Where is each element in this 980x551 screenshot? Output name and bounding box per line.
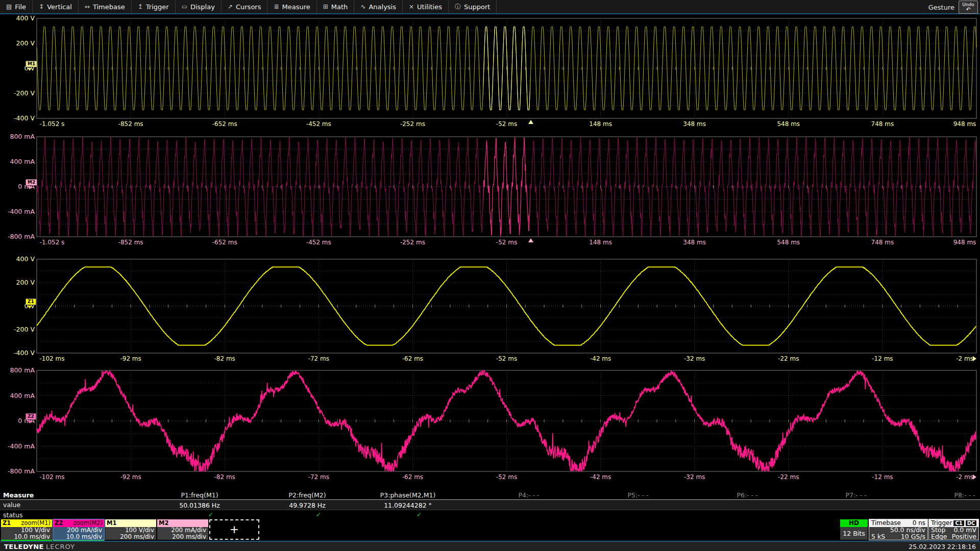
analysis-icon: ∿ — [360, 3, 365, 10]
timebase-body: 50.0 ns/div 5 kS10 GS/s — [869, 527, 927, 540]
descriptor-scale-line: 10.0 ms/div — [55, 534, 102, 540]
cursors-icon: ↗ — [228, 3, 233, 10]
add-trace-button[interactable]: + — [209, 519, 259, 540]
file-icon: ▤ — [6, 3, 12, 10]
x-axis-label-m1: -52 ms — [496, 120, 517, 128]
trigger-position-marker[interactable] — [528, 238, 533, 242]
x-axis-label-m1: -652 ms — [212, 120, 237, 128]
timebase-rate: 10 GS/s — [901, 534, 925, 540]
brand-light: LECROY — [46, 543, 75, 550]
menu-item-measure[interactable]: ≣Measure — [267, 0, 316, 13]
measure-param-header[interactable]: P3:phase(M2,M1) — [380, 491, 436, 499]
descriptor-scale-line: 100 V/div — [107, 527, 154, 534]
y-axis-label-z1: 400 V — [1, 256, 35, 262]
x-axis-label-z2: -82 ms — [214, 473, 235, 481]
x-axis-label-z1: -82 ms — [214, 355, 235, 362]
y-axis-label-z1: 200 V — [1, 280, 35, 286]
menu-item-label: Vertical — [47, 3, 72, 11]
utilities-icon: ⨯ — [409, 3, 414, 10]
y-axis-label-z2: -400 mA — [1, 443, 35, 449]
oscilloscope-screen: ▤File↕Vertical↔Timebase↥Trigger▭Display↗… — [0, 0, 980, 551]
zero-level-pointer-m1 — [28, 68, 32, 71]
y-axis-label-z2: 800 mA — [1, 367, 35, 373]
menu-item-timebase[interactable]: ↔Timebase — [79, 0, 132, 13]
measure-icon: ≣ — [274, 3, 279, 10]
menu-item-utilities[interactable]: ⨯Utilities — [403, 0, 449, 13]
menu-item-trigger[interactable]: ↥Trigger — [132, 0, 176, 13]
measure-param-header[interactable]: P5:- - - — [627, 491, 648, 499]
hd-header: HD — [840, 519, 868, 527]
trigger-source-badge: C1 — [953, 520, 964, 526]
undo-button[interactable]: Undo↶ — [959, 1, 978, 14]
descriptor-row: Z1zoom(M1)100 V/div10.0 ms/divZ2zoom(M2)… — [0, 519, 980, 541]
x-axis-label-m2: -452 ms — [306, 239, 331, 246]
channel-badge-m1[interactable]: M1 — [26, 61, 37, 67]
menu-item-label: Measure — [282, 3, 310, 11]
trace-descriptor-m1[interactable]: M1100 V/div200 ms/div — [105, 519, 156, 540]
x-axis-label-m2: 548 ms — [777, 239, 800, 246]
channel-badge-m2[interactable]: M2 — [26, 179, 37, 186]
grid-z2[interactable] — [36, 370, 977, 472]
menu-right-group: Gesture Undo↶ — [928, 0, 978, 14]
y-axis-label-z2: -800 mA — [1, 468, 35, 474]
descriptor-header: M1 — [105, 519, 156, 527]
menu-item-support[interactable]: ⓘSupport — [449, 0, 497, 13]
trace-descriptor-z1[interactable]: Z1zoom(M1)100 V/div10.0 ms/div — [1, 519, 52, 540]
measure-header-row: Measure P1:freq(M1)P2:freq(M2)P3:phase(M… — [0, 491, 980, 500]
measure-status-label: status — [3, 511, 22, 519]
brand-logo: TELEDYNELECROY — [4, 543, 75, 550]
measure-param-header[interactable]: P2:freq(M2) — [288, 491, 326, 499]
y-axis-label-m2: 800 mA — [1, 134, 35, 140]
grid-m2[interactable] — [36, 136, 977, 237]
x-axis-label-z2: -62 ms — [402, 473, 423, 481]
trigger-type: Edge — [931, 534, 947, 540]
measure-param-header[interactable]: P7:- - - — [845, 491, 866, 499]
hd-mode-box[interactable]: HD 12 Bits — [840, 519, 868, 540]
zero-level-pointer-z1 — [28, 306, 32, 309]
display-icon: ▭ — [182, 3, 187, 10]
x-axis-label-m2: -252 ms — [400, 239, 425, 246]
channel-badge-z2[interactable]: Z2 — [26, 413, 36, 420]
trace-descriptor-z2[interactable]: Z2zoom(M2)200 mA/div10.0 ms/div — [53, 519, 104, 540]
x-axis-label-m2: -1.052 s — [40, 239, 65, 246]
descriptor-title: zoom(M1) — [21, 519, 51, 527]
measure-param-header[interactable]: P1:freq(M1) — [181, 491, 218, 499]
menu-item-file[interactable]: ▤File — [0, 0, 33, 13]
measure-title: Measure — [3, 491, 34, 499]
channel-badge-z1[interactable]: Z1 — [26, 298, 36, 305]
menu-item-math[interactable]: ⊞Math — [317, 0, 355, 13]
y-axis-label-m2: -800 mA — [1, 234, 35, 240]
descriptor-id: Z2 — [55, 519, 63, 527]
x-axis-label-z1: -92 ms — [120, 355, 141, 362]
measure-value-row: value 50.01386 Hz49.9728 Hz11.09244282 ° — [0, 500, 980, 510]
descriptor-scale-line: 10.0 ms/div — [3, 534, 50, 540]
trace-descriptor-m2[interactable]: M2200 mA/div200 ms/div — [157, 519, 208, 540]
menu-item-label: Analysis — [369, 3, 396, 11]
menu-item-vertical[interactable]: ↕Vertical — [33, 0, 79, 13]
x-axis-label-z2: -12 ms — [872, 473, 893, 481]
x-axis-label-z1: -22 ms — [778, 355, 799, 362]
menu-item-label: Timebase — [93, 3, 125, 11]
measure-param-header[interactable]: P4:- - - — [518, 491, 539, 499]
trigger-position-marker[interactable] — [528, 120, 533, 124]
measure-param-header[interactable]: P8:- - - — [954, 491, 975, 499]
timebase-box[interactable]: Timebase 0 ns 50.0 ns/div 5 kS10 GS/s — [869, 519, 927, 540]
menu-item-analysis[interactable]: ∿Analysis — [354, 0, 403, 13]
measure-param-value: 11.09244282 ° — [384, 502, 432, 509]
measure-status-check-icon: ✓ — [316, 511, 321, 518]
descriptor-scale-line: 200 mA/div — [159, 527, 206, 534]
undo-arrow-icon: ↶ — [959, 7, 977, 12]
y-axis-label-z1: -200 V — [1, 327, 35, 333]
grid-z1[interactable] — [36, 259, 977, 354]
trigger-box[interactable]: Trigger C1 DC Stop0.0 mV EdgePositive — [929, 519, 978, 540]
menu-item-cursors[interactable]: ↗Cursors — [222, 0, 268, 13]
descriptor-scales: 100 V/div200 ms/div — [105, 527, 156, 540]
status-bar: TELEDYNELECROY 25.02.2023 22:18:16 — [0, 541, 980, 551]
y-axis-label-m2: -400 mA — [1, 209, 35, 215]
grid-m1[interactable] — [36, 18, 977, 119]
menu-item-display[interactable]: ▭Display — [176, 0, 222, 13]
y-axis-label-z1: -400 V — [1, 350, 35, 356]
trigger-badges: C1 DC — [952, 520, 976, 526]
measure-param-header[interactable]: P6:- - - — [737, 491, 757, 499]
x-axis-label-z2: -102 ms — [40, 473, 65, 481]
